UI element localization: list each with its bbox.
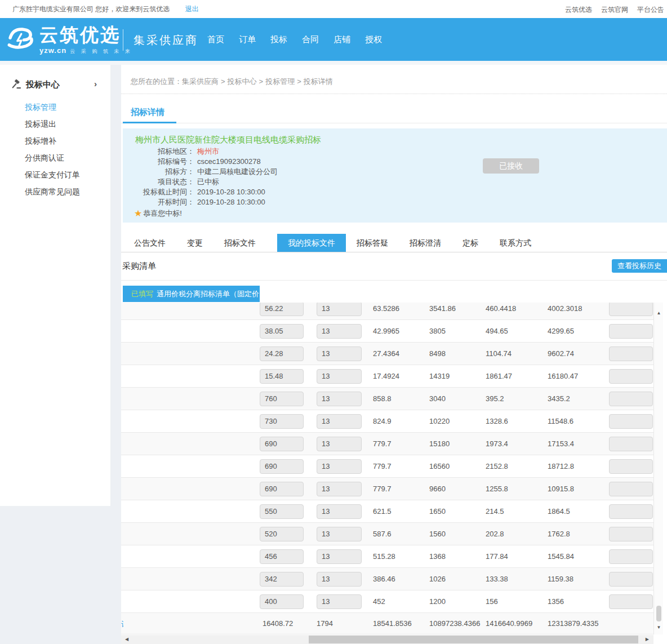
totals-tax-rate: 1794 xyxy=(317,619,333,628)
empty-input[interactable] xyxy=(609,392,653,406)
scroll-right-arrow-icon[interactable]: ▶ xyxy=(646,635,649,644)
empty-input[interactable] xyxy=(609,459,653,474)
unit-price-input[interactable]: 56.22 xyxy=(260,303,304,316)
table-row: 55013621.51650214.51864.5 xyxy=(121,500,653,523)
empty-input[interactable] xyxy=(609,594,653,609)
tax-rate-input[interactable]: 13 xyxy=(317,303,362,316)
topbar-link[interactable]: 云筑官网 xyxy=(601,6,628,14)
amount-cell: 8498 xyxy=(429,349,446,358)
empty-input[interactable] xyxy=(609,549,653,564)
tax-rate-input[interactable]: 13 xyxy=(317,459,362,474)
unit-price-input[interactable]: 400 xyxy=(260,594,304,609)
empty-input[interactable] xyxy=(609,303,653,316)
horizontal-scrollbar[interactable]: ◀ ▶ xyxy=(121,635,653,644)
project-fields: 招标地区：梅州市招标编号：cscec19092300278招标方：中建二局核电建… xyxy=(123,146,278,207)
logout-link[interactable]: 退出 xyxy=(185,5,199,13)
totals-tax-amount: 1416640.9969 xyxy=(486,619,532,628)
tab-bid-detail[interactable]: 招标详情 xyxy=(131,107,164,118)
detail-tab-item[interactable]: 定标 xyxy=(463,234,478,252)
breadcrumb-item[interactable]: 投标管理 xyxy=(265,77,295,86)
view-bid-history-button[interactable]: 查看投标历史 xyxy=(612,259,667,273)
tax-rate-input[interactable]: 13 xyxy=(317,414,362,429)
table-row: 69013779.7151801973.417153.4 xyxy=(121,433,653,455)
sidebar-header[interactable]: 投标中心 › xyxy=(0,75,110,94)
tax-amount-cell: 1861.47 xyxy=(486,372,512,380)
unit-price-input[interactable]: 690 xyxy=(260,482,304,496)
horizontal-scroll-thumb[interactable] xyxy=(309,636,638,643)
tax-rate-input[interactable]: 13 xyxy=(317,369,362,384)
detail-tab-item[interactable]: 招标文件 xyxy=(224,234,256,252)
main-nav-item[interactable]: 店铺 xyxy=(334,34,350,45)
vertical-scroll-thumb[interactable] xyxy=(656,606,661,621)
unit-price-input[interactable]: 550 xyxy=(260,504,304,519)
sidebar-item[interactable]: 投标管理 xyxy=(0,99,110,116)
detail-tab-item[interactable]: 联系方式 xyxy=(500,234,531,252)
welcome-area: 广东胜宇电缆实业有限公司 您好，欢迎来到云筑优选 退出 xyxy=(12,0,199,18)
breadcrumb-item[interactable]: 集采供应商 xyxy=(182,77,219,86)
empty-input[interactable] xyxy=(609,482,653,496)
empty-input[interactable] xyxy=(609,324,653,339)
detail-tab-item[interactable]: 变更 xyxy=(187,234,203,252)
unit-price-input[interactable]: 15.48 xyxy=(260,369,304,384)
sidebar-item[interactable]: 分供商认证 xyxy=(0,149,110,166)
empty-input[interactable] xyxy=(609,504,653,519)
breadcrumb-item[interactable]: 投标详情 xyxy=(304,77,333,86)
unit-price-input[interactable]: 760 xyxy=(260,392,304,406)
scroll-left-arrow-icon[interactable]: ◀ xyxy=(125,635,128,644)
price-list-tab[interactable]: 已填写通用价税分离招标清单（固定价） xyxy=(123,286,260,302)
project-field: 项目状态：已中标 xyxy=(123,177,278,187)
sidebar-item[interactable]: 投标退出 xyxy=(0,116,110,132)
received-button[interactable]: 已接收 xyxy=(483,158,539,174)
empty-input[interactable] xyxy=(609,369,653,384)
tax-rate-input[interactable]: 13 xyxy=(317,549,362,564)
amount-cell: 1560 xyxy=(429,530,446,538)
tax-rate-input[interactable]: 13 xyxy=(317,527,362,541)
scroll-down-arrow-icon[interactable]: ▼ xyxy=(654,625,664,630)
breadcrumb-item[interactable]: 投标中心 xyxy=(228,77,257,86)
main-nav-item[interactable]: 首页 xyxy=(207,34,224,45)
detail-tab-item[interactable]: 我的投标文件 xyxy=(277,234,346,252)
sidebar-item[interactable]: 供应商常见问题 xyxy=(0,183,110,200)
tax-rate-input[interactable]: 13 xyxy=(317,392,362,406)
empty-input[interactable] xyxy=(609,347,653,361)
unit-price-input[interactable]: 730 xyxy=(260,414,304,429)
unit-price-input[interactable]: 38.05 xyxy=(260,324,304,339)
tax-rate-input[interactable]: 13 xyxy=(317,594,362,609)
empty-input[interactable] xyxy=(609,414,653,429)
tax-rate-input[interactable]: 13 xyxy=(317,572,362,587)
unit-price-input[interactable]: 690 xyxy=(260,459,304,474)
sidebar-item[interactable]: 投标增补 xyxy=(0,132,110,149)
vertical-scrollbar[interactable]: ▲ ▼ xyxy=(653,303,663,634)
main-nav-item[interactable]: 授权 xyxy=(365,34,382,45)
main-nav-item[interactable]: 合同 xyxy=(302,34,319,45)
main-nav-item[interactable]: 投标 xyxy=(270,34,287,45)
tax-rate-input[interactable]: 13 xyxy=(317,324,362,339)
scroll-up-arrow-icon[interactable]: ▲ xyxy=(654,310,664,316)
section-separator xyxy=(121,280,667,281)
tax-rate-input[interactable]: 13 xyxy=(317,482,362,496)
unit-price-input[interactable]: 456 xyxy=(260,549,304,564)
main-nav-item[interactable]: 订单 xyxy=(239,34,256,45)
tax-rate-input[interactable]: 13 xyxy=(317,437,362,451)
project-field: 开标时间：2019-10-28 10:30:00 xyxy=(123,197,278,207)
detail-tab-item[interactable]: 招标澄清 xyxy=(410,234,441,252)
unit-price-input[interactable]: 24.28 xyxy=(260,347,304,361)
detail-tab-item[interactable]: 公告文件 xyxy=(134,234,166,252)
topbar-link[interactable]: 平台公告 xyxy=(637,6,664,14)
unit-price-input[interactable]: 342 xyxy=(260,572,304,587)
amount-with-tax-cell: 9602.74 xyxy=(548,349,574,358)
empty-input[interactable] xyxy=(609,527,653,541)
unit-price-input[interactable]: 690 xyxy=(260,437,304,451)
topbar-link[interactable]: 云筑优选 xyxy=(565,6,592,14)
brand-name: 云筑优选 xyxy=(39,25,132,45)
chevron-right-icon[interactable]: › xyxy=(94,79,97,88)
detail-tab-item[interactable]: 招标答疑 xyxy=(357,234,388,252)
breadcrumb-prefix: 您所在的位置： xyxy=(131,77,182,86)
empty-input[interactable] xyxy=(609,437,653,451)
welcome-text: 广东胜宇电缆实业有限公司 您好，欢迎来到云筑优选 xyxy=(12,5,170,13)
sidebar-item[interactable]: 保证金支付订单 xyxy=(0,166,110,183)
unit-price-input[interactable]: 520 xyxy=(260,527,304,541)
tax-rate-input[interactable]: 13 xyxy=(317,347,362,361)
tax-rate-input[interactable]: 13 xyxy=(317,504,362,519)
empty-input[interactable] xyxy=(609,572,653,587)
